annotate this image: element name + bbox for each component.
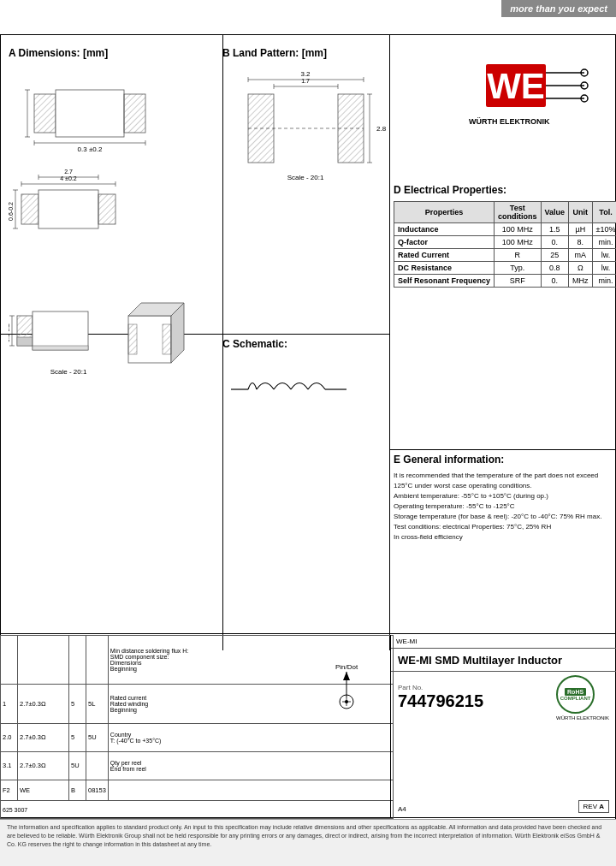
svg-point-76 xyxy=(345,700,348,703)
code-2a: 5 xyxy=(69,723,86,751)
horizontal-divider-2 xyxy=(389,449,616,450)
svg-rect-31 xyxy=(33,346,88,350)
ep-cell-2-2: 25 xyxy=(541,249,569,262)
rev-1: 1 xyxy=(1,685,18,723)
rohs-compliant-text: COMPLIANT xyxy=(560,696,591,701)
val-3: 2.7±0.3Ω xyxy=(18,751,69,780)
svg-text:Scale - 20:1: Scale - 20:1 xyxy=(50,368,87,376)
section-d-title: D Electrical Properties: xyxy=(394,184,612,196)
svg-text:WE: WE xyxy=(487,66,545,106)
col-header-tol: Tol. xyxy=(592,202,616,223)
ep-cell-1-3: 8. xyxy=(569,236,593,249)
ep-cell-3-0: DC Resistance xyxy=(394,262,495,275)
section-c-schematic: C Schematic: xyxy=(222,338,394,425)
part-number-rohs-row: Part No. 744796215 RoHS COMPLIANT WÜRTH … xyxy=(391,671,616,724)
ep-cell-3-3: Ω xyxy=(569,262,593,275)
ep-cell-1-4: min. xyxy=(592,236,616,249)
ep-cell-2-1: R xyxy=(495,249,542,262)
col-header-value: Value xyxy=(541,202,569,223)
ep-cell-3-4: lw. xyxy=(592,262,616,275)
date-row: 625 3007 xyxy=(1,801,394,819)
svg-rect-39 xyxy=(128,324,137,354)
svg-rect-3 xyxy=(124,94,145,133)
val-f2: WE xyxy=(18,780,69,800)
ep-cell-4-2: 0. xyxy=(541,275,569,288)
we-logo-svg: WE WÜRTH ELEKTRONIK xyxy=(465,60,597,145)
dimension-drawing-side: 4 ±0.2 2.7 0.6-0.2 xyxy=(9,160,205,263)
schematic-symbol xyxy=(222,355,389,424)
part-number-section: WE-MI WE-MI SMD Multilayer Inductor Part… xyxy=(390,635,616,817)
svg-text:2.8: 2.8 xyxy=(376,125,387,133)
section-a-dimensions: A Dimensions: [mm] 0.3 ±0.2 xyxy=(9,47,214,386)
north-arrow-svg: Pin/Dot xyxy=(312,659,381,710)
section-b-title: B Land Pattern: [mm] xyxy=(222,47,394,59)
section-b-land-pattern: B Land Pattern: [mm] 3.2 1.7 2.8 xyxy=(222,47,394,340)
ep-cell-0-2: 1.5 xyxy=(541,223,569,236)
part-number-label: Part No. xyxy=(398,684,483,691)
svg-text:Pin/Dot: Pin/Dot xyxy=(335,663,358,671)
desc-2: CountryT: (-40°C to +35°C) xyxy=(108,723,393,751)
ep-cell-1-1: 100 MHz xyxy=(495,236,542,249)
svg-text:0.6-0.2: 0.6-0.2 xyxy=(9,202,14,221)
rev-3: 3.1 xyxy=(1,751,18,780)
ep-cell-0-4: ±10% xyxy=(592,223,616,236)
ep-cell-0-1: 100 MHz xyxy=(495,223,542,236)
ep-cell-1-2: 0. xyxy=(541,236,569,249)
product-code-label: WE-MI xyxy=(391,635,616,649)
electrical-properties-table: Properties Test conditions Value Unit To… xyxy=(394,201,616,288)
svg-marker-72 xyxy=(343,672,350,680)
ep-cell-3-2: 0.8 xyxy=(541,262,569,275)
ep-cell-2-4: lw. xyxy=(592,249,616,262)
svg-rect-14 xyxy=(98,194,116,224)
revision-badge: REV A xyxy=(578,800,609,813)
part-number-block: Part No. 744796215 xyxy=(398,684,483,711)
code-1b: 5L xyxy=(86,685,109,723)
company-slogan-banner: more than you expect xyxy=(501,0,616,17)
section-e-general: E General information: It is recommended… xyxy=(394,454,612,543)
ep-cell-4-0: Self Resonant Frequency xyxy=(394,275,495,288)
ep-cell-1-0: Q-factor xyxy=(394,236,495,249)
ep-cell-2-0: Rated Current xyxy=(394,249,495,262)
section-c-title: C Schematic: xyxy=(222,338,394,350)
dimension-drawing-iso: 0.5-0.2 Scale - 20:1 xyxy=(9,273,205,384)
series-code: WE-MI xyxy=(396,638,417,645)
north-marker-area: Pin/Dot xyxy=(312,659,381,710)
col-header-properties: Properties xyxy=(394,202,495,223)
section-d-electrical: D Electrical Properties: Properties Test… xyxy=(394,184,612,288)
section-e-text: It is recommended that the temperature o… xyxy=(394,471,612,543)
svg-text:0.5-0.2: 0.5-0.2 xyxy=(9,323,10,342)
company-logo-area: WE WÜRTH ELEKTRONIK xyxy=(462,60,599,147)
product-name-area: WE-MI SMD Multilayer Inductor xyxy=(391,649,616,671)
code-3a: 5U xyxy=(69,751,86,780)
rev-f2: F2 xyxy=(1,780,18,800)
sheet-number: A4 xyxy=(398,805,406,813)
svg-rect-30 xyxy=(33,311,88,350)
dimension-drawing-top: 0.3 ±0.2 xyxy=(9,64,205,167)
svg-text:1.7: 1.7 xyxy=(301,78,310,84)
svg-text:3.2: 3.2 xyxy=(300,70,311,78)
svg-rect-12 xyxy=(21,194,38,224)
col-header-conditions: Test conditions xyxy=(495,202,542,223)
svg-rect-40 xyxy=(163,324,171,354)
code-f2b: 08153 xyxy=(86,780,109,800)
col-header-unit: Unit xyxy=(569,202,593,223)
svg-text:2.7: 2.7 xyxy=(64,169,73,175)
rohs-badge: RoHS xyxy=(565,688,586,696)
svg-rect-29 xyxy=(17,337,33,346)
note-1: Min distance soldering flux H: xyxy=(110,648,391,654)
ep-cell-4-3: MHz xyxy=(569,275,593,288)
svg-rect-1 xyxy=(34,94,56,133)
ep-cell-2-3: mA xyxy=(569,249,593,262)
land-pattern-drawing: 3.2 1.7 2.8 Scale - 20:1 xyxy=(222,64,389,338)
section-a-title: A Dimensions: [mm] xyxy=(9,47,214,59)
code-1a: 5 xyxy=(69,685,86,723)
we-logo-small: WÜRTH ELEKTRONIK xyxy=(556,715,609,721)
val-1: 2.7±0.3Ω xyxy=(18,685,69,723)
code-3b xyxy=(86,751,109,780)
rohs-circle: RoHS COMPLIANT xyxy=(556,675,595,714)
rohs-block: RoHS COMPLIANT WÜRTH ELEKTRONIK xyxy=(556,675,609,721)
val-2: 2.7±0.3Ω xyxy=(18,723,69,751)
part-number: 744796215 xyxy=(398,691,483,711)
rev-label: REV xyxy=(583,803,597,810)
product-name: WE-MI SMD Multilayer Inductor xyxy=(398,654,609,667)
